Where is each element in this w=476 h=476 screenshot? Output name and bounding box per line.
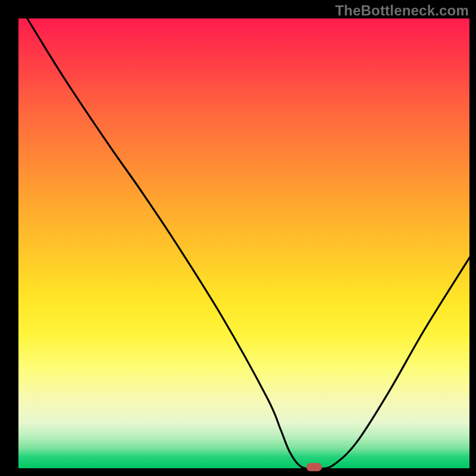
bottleneck-curve <box>27 18 470 469</box>
plot-overlay <box>18 18 470 469</box>
watermark-text: TheBottleneck.com <box>335 2 469 19</box>
optimal-point-marker <box>306 463 322 471</box>
chart-container: TheBottleneck.com <box>0 0 476 476</box>
